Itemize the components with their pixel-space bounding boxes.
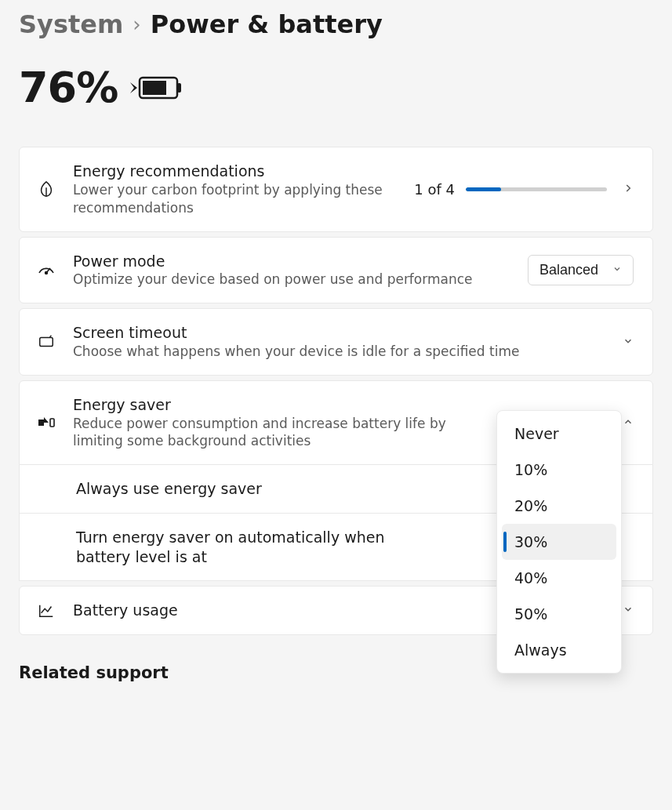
svg-rect-8 — [50, 419, 54, 427]
dropdown-option[interactable]: 30% — [502, 524, 616, 560]
svg-point-6 — [45, 272, 48, 274]
dropdown-option[interactable]: 20% — [502, 488, 616, 524]
breadcrumb-parent[interactable]: System — [19, 9, 123, 39]
power-mode-title: Power mode — [73, 252, 512, 271]
energy-recommendations-row[interactable]: Energy recommendations Lower your carbon… — [19, 147, 653, 232]
battery-status: 76% — [19, 63, 653, 112]
dropdown-option[interactable]: 50% — [502, 596, 616, 632]
chart-icon — [35, 602, 57, 619]
chevron-down-icon — [623, 603, 634, 618]
leaf-icon — [35, 180, 57, 198]
power-mode-row: Power mode Optimize your device based on… — [19, 237, 653, 304]
energy-saver-threshold-dropdown[interactable]: Never10%20%30%40%50%Always — [496, 410, 622, 674]
svg-rect-3 — [143, 81, 166, 95]
breadcrumb-separator: › — [133, 13, 140, 36]
auto-energy-saver-label: Turn energy saver on automatically when … — [76, 528, 421, 566]
energy-recommendations-progress-bar — [466, 187, 607, 191]
gauge-icon — [35, 260, 57, 279]
chevron-down-icon — [612, 264, 622, 276]
screen-timeout-title: Screen timeout — [73, 323, 607, 343]
energy-recommendations-progress-text: 1 of 4 — [414, 181, 455, 198]
battery-percent: 76% — [19, 63, 118, 112]
dropdown-option[interactable]: Never — [502, 416, 616, 452]
breadcrumb-current: Power & battery — [151, 9, 383, 39]
power-mode-select[interactable]: Balanced — [528, 255, 634, 285]
dropdown-option[interactable]: 40% — [502, 560, 616, 596]
energy-saver-desc: Reduce power consumption and increase ba… — [73, 415, 457, 451]
dropdown-option[interactable]: 10% — [502, 452, 616, 488]
energy-recommendations-title: Energy recommendations — [73, 162, 398, 181]
dropdown-option[interactable]: Always — [502, 632, 616, 668]
screen-timeout-desc: Choose what happens when your device is … — [73, 343, 607, 361]
power-mode-selected-label: Balanced — [539, 262, 598, 278]
power-mode-desc: Optimize your device based on power use … — [73, 271, 512, 289]
screen-icon — [35, 333, 57, 351]
energy-saver-title: Energy saver — [73, 395, 457, 415]
energy-saver-group: Energy saver Reduce power consumption an… — [19, 380, 653, 582]
chevron-right-icon — [623, 182, 634, 197]
breadcrumb: System › Power & battery — [19, 9, 653, 39]
chevron-up-icon — [623, 416, 634, 430]
energy-recommendations-desc: Lower your carbon footprint by applying … — [73, 181, 398, 217]
svg-rect-2 — [177, 83, 181, 93]
svg-marker-0 — [130, 82, 137, 93]
screen-timeout-row[interactable]: Screen timeout Choose what happens when … — [19, 308, 653, 376]
charging-battery-icon — [129, 71, 185, 104]
svg-rect-7 — [40, 338, 53, 347]
energy-saver-icon — [35, 415, 57, 430]
chevron-down-icon — [623, 335, 634, 350]
